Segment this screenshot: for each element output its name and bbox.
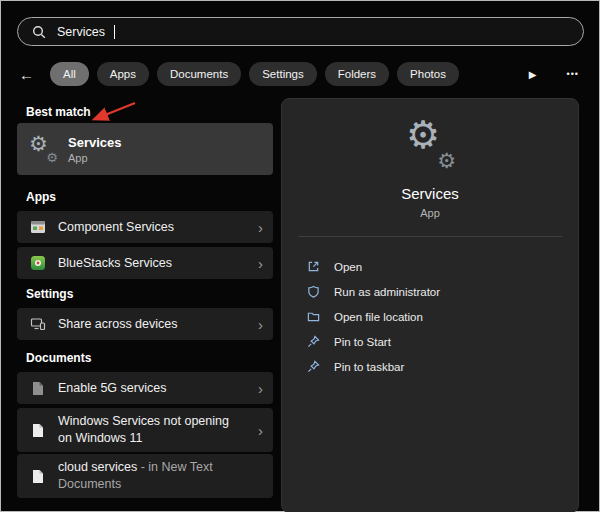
- chevron-right-icon[interactable]: ›: [258, 423, 263, 438]
- tab-label: Folders: [338, 68, 376, 80]
- filter-tabs: ← All Apps Documents Settings Folders Ph…: [19, 60, 585, 88]
- action-pin-to-taskbar[interactable]: Pin to taskbar: [282, 354, 578, 379]
- document-icon: [29, 423, 47, 438]
- more-options-icon[interactable]: •••: [567, 69, 579, 79]
- chevron-right-icon[interactable]: ›: [258, 381, 263, 396]
- services-gear-icon: ⚙ ⚙: [29, 135, 57, 163]
- result-windows-services-doc[interactable]: Windows Services not opening on Windows …: [17, 408, 273, 452]
- tab-folders[interactable]: Folders: [325, 62, 389, 86]
- search-input[interactable]: Services: [57, 25, 105, 39]
- best-match-title: Services: [68, 135, 122, 150]
- back-arrow-icon[interactable]: ←: [19, 66, 34, 83]
- document-icon: [29, 381, 47, 396]
- tab-settings[interactable]: Settings: [249, 62, 317, 86]
- result-title-main: cloud services: [58, 460, 137, 474]
- folder-icon: [304, 310, 322, 323]
- action-label: Run as administrator: [334, 286, 440, 298]
- action-open[interactable]: Open: [282, 254, 578, 279]
- tab-all[interactable]: All: [50, 62, 89, 86]
- action-label: Open: [334, 261, 362, 273]
- result-title: cloud services - in New Text Documents: [58, 459, 236, 493]
- action-label: Pin to taskbar: [334, 361, 404, 373]
- tab-documents[interactable]: Documents: [157, 62, 241, 86]
- bluestacks-icon: [29, 255, 47, 271]
- apps-header: Apps: [26, 190, 56, 204]
- action-pin-to-start[interactable]: Pin to Start: [282, 329, 578, 354]
- share-across-devices-icon: [29, 317, 47, 331]
- text-cursor: [114, 25, 115, 39]
- action-run-as-administrator[interactable]: Run as administrator: [282, 279, 578, 304]
- search-bar[interactable]: Services: [17, 17, 584, 46]
- document-icon: [29, 469, 47, 484]
- best-match-result-services[interactable]: ⚙ ⚙ Services App: [17, 123, 273, 175]
- result-enable-5g-services[interactable]: Enable 5G services ›: [17, 372, 273, 404]
- best-match-text: Services App: [68, 135, 122, 164]
- result-title: BlueStacks Services: [58, 256, 172, 270]
- tab-label: All: [63, 68, 76, 80]
- result-title: Enable 5G services: [58, 381, 166, 395]
- best-match-subtitle: App: [68, 152, 122, 164]
- result-component-services[interactable]: Component Services ›: [17, 211, 273, 243]
- component-services-icon: [29, 220, 47, 234]
- pin-icon: [304, 360, 322, 373]
- chevron-right-icon[interactable]: ›: [258, 256, 263, 271]
- tab-label: Documents: [170, 68, 228, 80]
- action-label: Open file location: [334, 311, 423, 323]
- play-icon[interactable]: ▶: [529, 69, 537, 80]
- shield-icon: [304, 285, 322, 298]
- result-bluestacks-services[interactable]: BlueStacks Services ›: [17, 247, 273, 279]
- preview-actions: Open Run as administrator Open file loca…: [282, 254, 578, 379]
- action-open-file-location[interactable]: Open file location: [282, 304, 578, 329]
- search-window: Services ← All Apps Documents Settings F…: [0, 0, 600, 512]
- result-title: Share across devices: [58, 317, 178, 331]
- chevron-right-icon[interactable]: ›: [258, 220, 263, 235]
- result-cloud-services-doc[interactable]: cloud services - in New Text Documents: [17, 454, 273, 498]
- documents-header: Documents: [26, 351, 91, 365]
- chevron-right-icon[interactable]: ›: [258, 317, 263, 332]
- best-match-header: Best match: [26, 105, 91, 119]
- settings-header: Settings: [26, 287, 73, 301]
- preview-title: Services: [282, 185, 578, 202]
- search-icon: [30, 25, 48, 39]
- open-icon: [304, 260, 322, 273]
- tab-label: Settings: [262, 68, 304, 80]
- preview-app-icon-wrap: ⚙ ⚙: [282, 119, 578, 171]
- result-share-across-devices[interactable]: Share across devices ›: [17, 308, 273, 340]
- preview-panel: ⚙ ⚙ Services App Open: [281, 98, 579, 512]
- result-title: Component Services: [58, 220, 174, 234]
- preview-subtitle: App: [282, 207, 578, 219]
- tab-apps[interactable]: Apps: [97, 62, 149, 86]
- result-title: Windows Services not opening on Windows …: [58, 413, 236, 447]
- tab-photos[interactable]: Photos: [397, 62, 459, 86]
- pin-icon: [304, 335, 322, 348]
- tab-label: Apps: [110, 68, 136, 80]
- divider: [298, 236, 562, 237]
- tab-label: Photos: [410, 68, 446, 80]
- action-label: Pin to Start: [334, 336, 391, 348]
- services-gear-icon-large: ⚙ ⚙: [404, 119, 456, 171]
